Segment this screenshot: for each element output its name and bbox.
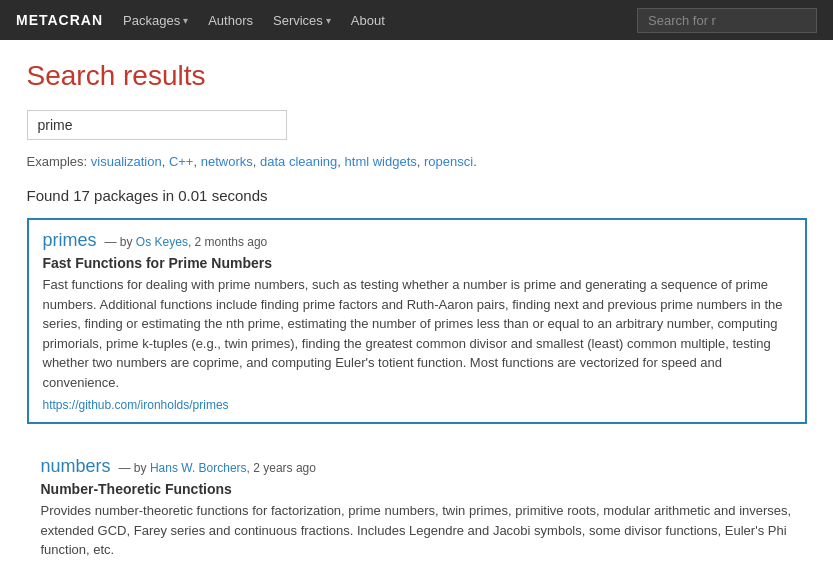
navbar-search [637,8,817,33]
page-title: Search results [27,60,807,92]
main-content: Search results Examples: visualization, … [7,40,827,576]
search-box-container [27,110,807,140]
example-visualization[interactable]: visualization [91,154,162,169]
example-html-widgets[interactable]: html widgets [345,154,417,169]
examples-line: Examples: visualization, C++, networks, … [27,154,807,169]
package-card-numbers: numbers — by Hans W. Borchers, 2 years a… [27,446,807,574]
navbar-left: METACRAN Packages ▾ Authors Services ▾ A… [16,12,385,28]
author-hans-borchers[interactable]: Hans W. Borchers [150,461,247,475]
package-meta-primes: — by Os Keyes, 2 months ago [105,235,268,249]
packages-dropdown-arrow: ▾ [183,15,188,26]
package-header-primes: primes — by Os Keyes, 2 months ago [43,230,791,251]
example-ropensci[interactable]: ropensci [424,154,473,169]
example-networks[interactable]: networks [201,154,253,169]
navbar-item-services[interactable]: Services ▾ [273,13,331,28]
package-subtitle-numbers: Number-Theoretic Functions [41,481,793,497]
package-name-primes[interactable]: primes [43,230,97,251]
found-label: Found 17 packages in 0.01 seconds [27,187,807,204]
navbar-item-packages[interactable]: Packages ▾ [123,13,188,28]
package-link-primes[interactable]: https://github.com/ironholds/primes [43,398,229,412]
package-description-primes: Fast functions for dealing with prime nu… [43,275,791,392]
package-meta-numbers: — by Hans W. Borchers, 2 years ago [119,461,316,475]
navbar-item-authors[interactable]: Authors [208,13,253,28]
package-card-primes: primes — by Os Keyes, 2 months ago Fast … [27,218,807,424]
navbar-brand[interactable]: METACRAN [16,12,103,28]
examples-label: Examples: [27,154,88,169]
package-name-numbers[interactable]: numbers [41,456,111,477]
author-os-keyes[interactable]: Os Keyes [136,235,188,249]
example-data-cleaning[interactable]: data cleaning [260,154,337,169]
navbar-item-about[interactable]: About [351,13,385,28]
package-description-numbers: Provides number-theoretic functions for … [41,501,793,560]
services-dropdown-arrow: ▾ [326,15,331,26]
package-header-numbers: numbers — by Hans W. Borchers, 2 years a… [41,456,793,477]
package-subtitle-primes: Fast Functions for Prime Numbers [43,255,791,271]
navbar: METACRAN Packages ▾ Authors Services ▾ A… [0,0,833,40]
example-cpp[interactable]: C++ [169,154,194,169]
navbar-search-input[interactable] [637,8,817,33]
search-input[interactable] [27,110,287,140]
